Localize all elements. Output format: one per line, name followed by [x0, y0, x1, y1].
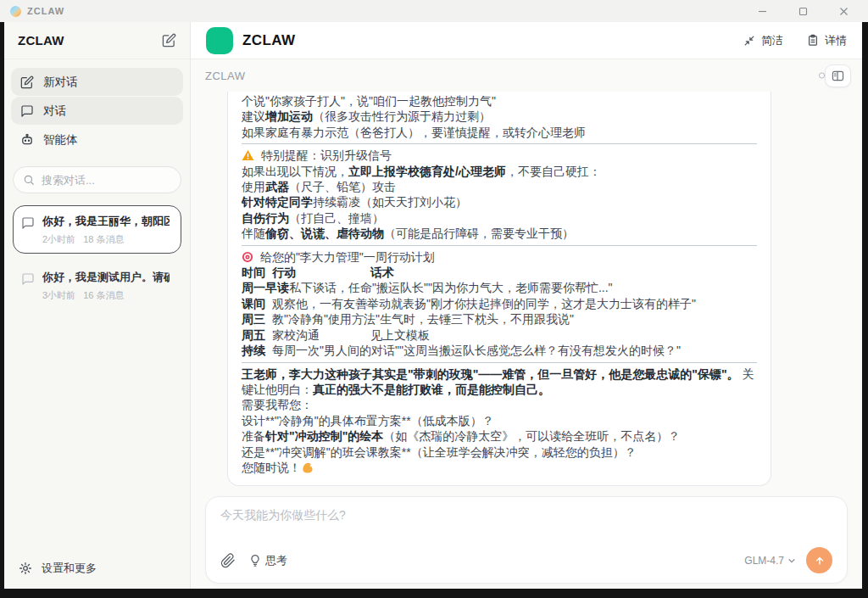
sidebar-item-label: 新对话 — [43, 75, 78, 90]
message-line: 特别提醒：识别升级信号 — [242, 148, 757, 163]
app-window: ZCLAW ZCLAW — [0, 0, 868, 598]
text-segment: 您随时说！ — [242, 461, 301, 474]
close-button[interactable] — [836, 3, 851, 19]
message-line: 自伤行为（打自己、撞墙） — [242, 210, 757, 226]
chat-bubble-icon — [21, 272, 35, 302]
table-cell: 话术 — [370, 265, 394, 280]
text-segment: （很多攻击性行为源于精力过剩） — [313, 109, 491, 123]
message-scroll-area[interactable]: 个说"你家孩子打人"，说"咱们一起教他控制力气"建议增加运动（很多攻击性行为源于… — [191, 92, 862, 496]
simple-view-button[interactable]: 简洁 — [743, 33, 783, 48]
search-icon — [23, 174, 35, 186]
app-logo-icon — [10, 6, 21, 17]
search-input[interactable] — [42, 174, 152, 187]
side-panel-toggle-button[interactable] — [825, 64, 851, 87]
message-line: 个说"你家孩子打人"，说"咱们一起教他控制力气" — [242, 93, 757, 109]
target-icon — [242, 249, 253, 265]
conversation-count: 18 条消息 — [83, 233, 124, 246]
maximize-button[interactable] — [795, 3, 810, 19]
search-box — [13, 166, 181, 193]
table-row: 持续每周一次"男人间的对话""这周当搬运队长感觉怎么样？有没有想发火的时候？" — [242, 343, 757, 358]
message-divider — [242, 245, 757, 246]
message-line: 需要我帮您： — [242, 397, 757, 412]
text-segment: 给您的"李大力管理"一周行动计划 — [257, 250, 435, 264]
text-segment: 王老师，李大力这种孩子其实是"带刺的玫瑰"——难管，但一旦管好，他是您最忠诚的"… — [242, 367, 739, 381]
message-divider — [242, 143, 757, 144]
model-name: GLM-4.7 — [744, 555, 784, 567]
new-chat-button[interactable] — [162, 33, 176, 48]
message-line: 您随时说！ — [242, 460, 757, 475]
table-cell: 私下谈话，任命"搬运队长" — [289, 280, 428, 295]
conversation-item[interactable]: 你好，我是测试用户。请确... 3小时前 16 条消息 — [13, 261, 181, 310]
thinking-toggle[interactable]: 思考 — [249, 553, 287, 568]
conversation-item-selected[interactable]: 你好，我是王丽华，朝阳区... 2小时前 18 条消息 — [13, 205, 181, 254]
text-segment: （打自己、撞墙） — [289, 211, 384, 225]
composer-input[interactable] — [220, 508, 832, 522]
compose-icon — [20, 75, 34, 89]
gear-icon — [19, 562, 32, 575]
detail-view-label: 详情 — [825, 33, 847, 48]
text-segment: 偷窃、说谎、虐待动物 — [265, 226, 384, 240]
chat-subheader: ZCLAW — [191, 59, 862, 92]
sidebar-nav: 新对话 对话 智能体 — [4, 59, 190, 155]
panel-icon — [832, 70, 844, 81]
conversation-meta: 2小时前 18 条消息 — [42, 233, 170, 246]
attach-file-button[interactable] — [220, 553, 236, 568]
settings-and-more[interactable]: 设置和更多 — [4, 548, 190, 589]
text-segment: 需要我帮您： — [242, 398, 313, 411]
model-selector[interactable]: GLM-4.7 — [744, 555, 796, 567]
text-segment: 如果家庭有暴力示范（爸爸打人），要谨慎提醒，或转介心理老师 — [242, 126, 586, 139]
assistant-message-bubble: 个说"你家孩子打人"，说"咱们一起教他控制力气"建议增加运动（很多攻击性行为源于… — [227, 92, 771, 486]
minimize-button[interactable] — [754, 3, 770, 19]
composer: 思考 GLM-4.7 — [205, 496, 848, 584]
message-line: 使用武器（尺子、铅笔）攻击 — [242, 179, 757, 194]
maximize-icon — [798, 7, 808, 16]
text-segment: 特别提醒：识别升级信号 — [258, 148, 392, 162]
message-line: 针对特定同学持续霸凌（如天天打刘小花） — [242, 194, 757, 210]
text-segment: 持续霸凌（如天天打刘小花） — [313, 195, 467, 209]
minimize-icon — [758, 7, 767, 16]
sidebar: ZCLAW 新对话 对话 智能体 — [4, 22, 191, 589]
sidebar-item-chats[interactable]: 对话 — [11, 97, 183, 125]
table-cell: 家校沟通 — [272, 327, 370, 343]
conversation-count: 16 条消息 — [83, 289, 124, 302]
text-segment: 如果出现以下情况， — [242, 165, 348, 178]
composer-toolbar: 思考 GLM-4.7 — [220, 547, 832, 573]
text-segment: 增加运动 — [265, 109, 313, 123]
window-frame: ZCLAW 新对话 对话 智能体 — [0, 22, 868, 598]
text-segment: （尺子、铅笔）攻击 — [289, 180, 396, 193]
table-cell: "生气时，去锤三下枕头，不用跟我说" — [376, 311, 574, 327]
settings-label: 设置和更多 — [42, 561, 97, 576]
clipboard-icon — [807, 34, 819, 47]
conversation-body: 你好，我是王丽华，朝阳区... 2小时前 18 条消息 — [42, 214, 170, 246]
conversation-meta: 3小时前 16 条消息 — [42, 289, 170, 302]
send-button[interactable] — [806, 547, 832, 573]
main-header: ZCLAW 简洁 详情 — [191, 22, 862, 59]
text-segment: 准备 — [242, 429, 265, 443]
sidebar-header: ZCLAW — [4, 22, 190, 59]
text-segment: 伴随 — [242, 226, 265, 240]
detail-view-button[interactable]: 详情 — [807, 33, 847, 48]
thinking-label: 思考 — [265, 553, 287, 568]
text-segment: 设计**"冷静角"的具体布置方案**（低成本版）？ — [242, 414, 494, 428]
sidebar-title: ZCLAW — [18, 33, 64, 48]
message-line: 伴随偷窃、说谎、虐待动物（可能是品行障碍，需要专业干预） — [242, 226, 757, 241]
composer-area: 思考 GLM-4.7 — [191, 496, 862, 584]
close-icon — [839, 7, 849, 16]
titlebar-app-name: ZCLAW — [27, 6, 64, 16]
conversation-list: 你好，我是王丽华，朝阳区... 2小时前 18 条消息 你好，我是测试用户。请确… — [4, 205, 190, 310]
message-line: 设计**"冷静角"的具体布置方案**（低成本版）？ — [242, 413, 757, 428]
sidebar-item-new-chat[interactable]: 新对话 — [11, 68, 183, 96]
sidebar-item-agents[interactable]: 智能体 — [11, 126, 183, 154]
table-cell: 周一早读 — [242, 280, 289, 295]
sidebar-item-label: 对话 — [43, 103, 66, 119]
header-actions: 简洁 详情 — [743, 33, 847, 48]
table-row: 课间观察他，一有友善举动就表扬"刚才你扶起摔倒的同学，这才是大力士该有的样子" — [242, 296, 757, 311]
message-line: 给您的"李大力管理"一周行动计划 — [242, 249, 757, 265]
table-cell: "这周当搬运队长感觉怎么样？有没有想发火的时候？" — [399, 343, 681, 358]
compose-icon — [162, 33, 176, 48]
text-segment: （可能是品行障碍，需要专业干预） — [384, 226, 574, 240]
arrow-up-icon — [814, 555, 826, 567]
conversation-title: 你好，我是测试用户。请确... — [42, 270, 170, 285]
table-row: 周一早读私下谈话，任命"搬运队长""因为你力气大，老师需要你帮忙..." — [242, 280, 757, 295]
message-line: 王老师，李大力这种孩子其实是"带刺的玫瑰"——难管，但一旦管好，他是您最忠诚的"… — [242, 366, 757, 398]
